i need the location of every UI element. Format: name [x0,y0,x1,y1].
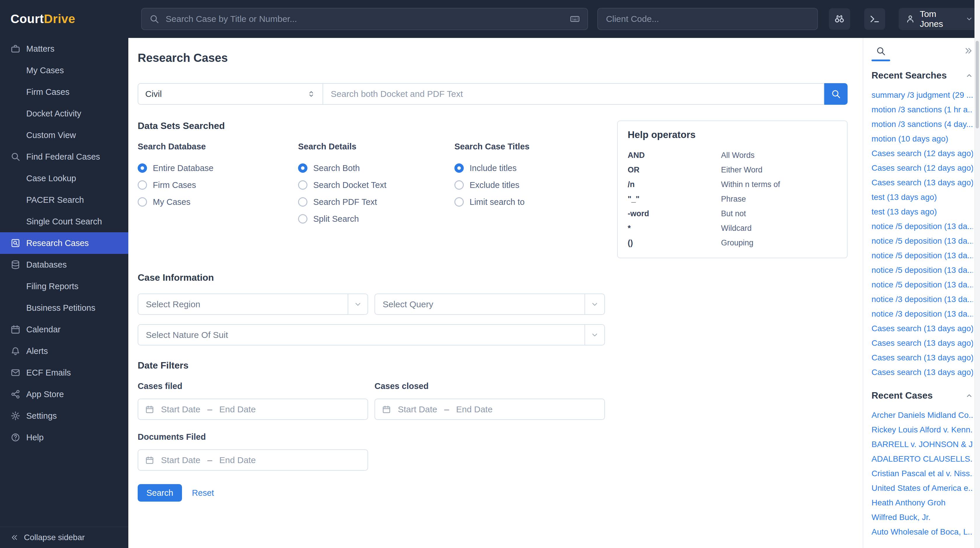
radio-icon[interactable] [298,214,307,223]
recent-search-link[interactable]: notice /5 deposition (13 da... [872,234,973,249]
cases-filed-date-range[interactable]: Start Date – End Date [138,398,368,420]
terminal-button[interactable] [864,8,886,30]
client-code-field[interactable] [597,8,818,30]
recent-search-link[interactable]: Cases search (13 days ago) [872,321,973,336]
radio-option[interactable]: Split Search [298,210,454,227]
recent-case-link[interactable]: Cristian Pascal et al v. Niss... [872,466,973,481]
recent-search-link[interactable]: Cases search (12 days ago) [872,146,973,161]
radio-icon[interactable] [138,163,147,173]
recent-case-link[interactable]: Wilfred Buck, Jr. [872,510,973,525]
recent-search-link[interactable]: Cases search (13 days ago) [872,336,973,350]
radio-icon[interactable] [298,163,307,173]
recent-case-link[interactable]: BARRELL v. JOHNSON & J... [872,437,973,452]
recent-search-link[interactable]: notice /5 deposition (13 da... [872,219,973,234]
radio-option[interactable]: Entire Database [138,159,298,177]
select-query[interactable]: Select Query [374,293,605,315]
select-region[interactable]: Select Region [138,293,368,315]
recent-search-link[interactable]: test (13 days ago) [872,205,973,219]
radio-option[interactable]: Limit search to [454,193,580,210]
sidebar-item[interactable]: Custom View [0,124,128,146]
reset-link[interactable]: Reset [192,488,214,498]
recent-search-link[interactable]: Cases search (13 days ago) [872,350,973,365]
docket-pdf-search-input[interactable] [323,83,824,105]
recent-search-link[interactable]: notice /3 deposition (13 da... [872,292,973,307]
page-scrollbar[interactable] [974,0,980,548]
collapse-sidebar-button[interactable]: Collapse sidebar [0,527,128,548]
cases-closed-date-range[interactable]: Start Date – End Date [374,398,605,420]
sidebar-item[interactable]: ECF Emails [0,362,128,384]
keyboard-icon[interactable] [570,14,580,24]
recent-search-link[interactable]: Cases search (12 days ago) [872,161,973,175]
recent-search-link[interactable]: motion /3 sanctions (4 day... [872,117,973,132]
run-search-button[interactable] [824,83,848,105]
sidebar-item[interactable]: Databases [0,254,128,276]
case-search-input[interactable] [165,14,564,24]
global-case-search[interactable] [141,8,588,30]
sidebar-item[interactable]: Alerts [0,340,128,362]
radio-icon[interactable] [298,197,307,207]
end-date-placeholder[interactable]: End Date [456,405,493,414]
user-menu-button[interactable]: Tom Jones [899,8,980,30]
sidebar-item[interactable]: My Cases [0,59,128,81]
sidebar-item[interactable]: Case Lookup [0,167,128,189]
sidebar-item[interactable]: Settings [0,405,128,427]
radio-icon[interactable] [454,163,464,173]
radio-option[interactable]: Exclude titles [454,177,580,193]
sidebar-item[interactable]: Filing Reports [0,276,128,297]
recent-case-link[interactable]: Heath Anthony Groh [872,495,973,510]
chevron-up-icon[interactable] [966,72,973,80]
sidebar-item[interactable]: Single Court Search [0,211,128,232]
start-date-placeholder[interactable]: Start Date [161,405,200,414]
sidebar-item[interactable]: Docket Activity [0,103,128,124]
start-date-placeholder[interactable]: Start Date [161,455,200,465]
sidebar-item[interactable]: Calendar [0,319,128,340]
end-date-placeholder[interactable]: End Date [220,405,256,414]
search-category-select[interactable]: Civil [138,83,323,105]
radio-option[interactable]: Search PDF Text [298,193,454,210]
sidebar-item[interactable]: Research Cases [0,232,128,254]
recent-case-link[interactable]: United States of America e... [872,481,973,495]
recent-search-link[interactable]: notice /5 deposition (13 da... [872,249,973,263]
radio-option[interactable]: Search Both [298,159,454,177]
brand-logo[interactable]: CourtDrive [0,12,139,26]
sidebar-item[interactable]: PACER Search [0,189,128,211]
recent-search-link[interactable]: Cases search (13 days ago) [872,175,973,190]
recent-search-link[interactable]: notice /5 deposition (13 da... [872,263,973,277]
recent-search-link[interactable]: test (13 days ago) [872,190,973,205]
recent-case-link[interactable]: ADALBERTO CLAUSELLS... [872,452,973,466]
recent-case-link[interactable]: Auto Wholesale of Boca, L... [872,525,973,539]
recent-search-link[interactable]: Cases search (13 days ago) [872,365,973,380]
select-nature-of-suit[interactable]: Select Nature Of Suit [138,324,605,346]
client-code-input[interactable] [606,14,810,24]
chevron-up-icon[interactable] [966,392,973,400]
recent-case-link[interactable]: Rickey Louis Alford v. Kenn... [872,422,973,437]
end-date-placeholder[interactable]: End Date [220,455,256,465]
scrollbar-thumb[interactable] [975,41,979,128]
radio-option[interactable]: Include titles [454,159,580,177]
radio-icon[interactable] [138,180,147,190]
radio-icon[interactable] [138,197,147,207]
collapse-panel-button[interactable] [964,46,973,57]
recent-search-link[interactable]: notice /5 deposition (13 da... [872,277,973,292]
documents-filed-date-range[interactable]: Start Date – End Date [138,449,368,471]
recent-search-link[interactable]: summary /3 judgment (29 ... [872,88,973,102]
radio-icon[interactable] [454,197,464,207]
sidebar-item[interactable]: Firm Cases [0,81,128,103]
sidebar-item[interactable]: Matters [0,38,128,59]
radio-option[interactable]: My Cases [138,193,298,210]
radio-option[interactable]: Firm Cases [138,177,298,193]
radio-option[interactable]: Search Docket Text [298,177,454,193]
start-date-placeholder[interactable]: Start Date [398,405,437,414]
binoculars-button[interactable] [829,8,850,30]
recent-case-link[interactable]: Archer Daniels Midland Co... [872,408,973,422]
sidebar-item[interactable]: App Store [0,384,128,405]
right-panel[interactable]: Recent Searches summary /3 judgment (29 … [863,38,980,548]
radio-icon[interactable] [298,180,307,190]
search-button[interactable]: Search [138,484,182,502]
recent-search-link[interactable]: motion (10 days ago) [872,132,973,146]
sidebar-item[interactable]: Business Petitions [0,297,128,319]
sidebar-item[interactable]: Help [0,427,128,448]
recent-search-link[interactable]: notice /3 deposition (13 da... [872,307,973,321]
radio-icon[interactable] [454,180,464,190]
recent-search-tab[interactable] [872,46,890,61]
